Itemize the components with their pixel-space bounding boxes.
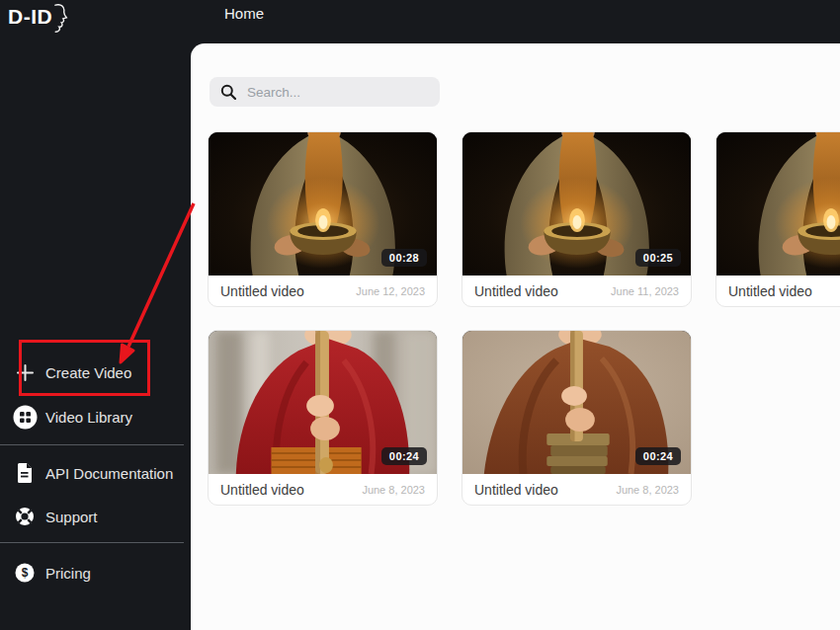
video-thumbnail: 00:24 xyxy=(209,331,437,474)
search-bar[interactable] xyxy=(210,77,440,107)
sidebar-item-label: Pricing xyxy=(45,565,91,582)
video-card[interactable]: 00:25 Untitled video June 11, 2023 xyxy=(462,131,692,307)
nav-home[interactable]: Home xyxy=(224,4,264,24)
video-date: June 11, 2023 xyxy=(611,285,679,297)
video-title: Untitled video xyxy=(474,482,558,498)
lifebuoy-icon xyxy=(12,507,38,526)
video-card-footer: Untitled video June 8, 2023 xyxy=(462,474,691,505)
video-title: Untitled video xyxy=(474,283,558,299)
search-icon xyxy=(220,84,236,100)
plus-icon xyxy=(12,364,38,381)
video-card-footer: Untitled video June 8, 2023 xyxy=(209,474,437,505)
video-date: June 12, 2023 xyxy=(356,285,425,297)
video-grid: 00:28 Untitled video June 12, 2023 xyxy=(208,131,840,506)
svg-text:$: $ xyxy=(22,566,29,580)
sidebar-divider xyxy=(0,542,184,543)
sidebar-item-support[interactable]: Support xyxy=(0,502,191,531)
duration-badge: 00:24 xyxy=(635,447,681,465)
topbar: D-ID Home xyxy=(0,0,840,42)
logo-text: D-ID xyxy=(8,3,52,31)
video-card-footer: Untitled video June 12, 2023 xyxy=(209,276,437,306)
duration-badge: 00:25 xyxy=(635,249,681,267)
sidebar-item-create-video[interactable]: Create Video xyxy=(0,357,191,387)
video-card-footer: Untitled video June 11, 2023 xyxy=(462,276,691,306)
video-title: Untitled video xyxy=(220,482,304,498)
video-card[interactable]: 00:24 Untitled video June 8, 2023 xyxy=(208,330,438,506)
video-date: June 8, 2023 xyxy=(616,484,679,496)
sidebar-divider xyxy=(0,444,184,445)
face-profile-icon xyxy=(54,4,69,33)
video-card[interactable]: 00:24 Untitled video June 8, 2023 xyxy=(462,330,692,506)
video-title: Untitled video xyxy=(728,283,812,299)
video-date: June 8, 2023 xyxy=(362,484,425,496)
video-card[interactable]: Untitled video xyxy=(715,131,840,307)
duration-badge: 00:28 xyxy=(381,249,427,267)
video-card[interactable]: 00:28 Untitled video June 12, 2023 xyxy=(208,131,438,307)
sidebar: Create Video Video Library API Documenta… xyxy=(0,42,191,630)
video-thumbnail: 00:28 xyxy=(209,132,437,276)
video-thumbnail xyxy=(716,132,840,276)
search-input[interactable] xyxy=(245,84,429,101)
dollar-icon: $ xyxy=(12,563,38,583)
sidebar-item-pricing[interactable]: $ Pricing xyxy=(0,558,191,588)
sidebar-item-label: Create Video xyxy=(45,364,131,381)
sidebar-item-api-documentation[interactable]: API Documentation xyxy=(0,458,191,488)
sidebar-item-label: Support xyxy=(45,509,98,525)
thumbnail-monk-gold-lamp xyxy=(716,132,840,276)
video-title: Untitled video xyxy=(220,283,304,299)
app-screen: D-ID Home Create Video Video Library API xyxy=(0,0,840,630)
did-logo[interactable]: D-ID xyxy=(8,3,69,33)
sidebar-item-video-library[interactable]: Video Library xyxy=(0,402,191,432)
video-thumbnail: 00:25 xyxy=(462,132,691,276)
document-icon xyxy=(12,463,38,483)
video-card-footer: Untitled video xyxy=(716,276,840,306)
grid-icon xyxy=(12,405,38,430)
sidebar-item-label: Video Library xyxy=(45,409,132,426)
duration-badge: 00:24 xyxy=(381,447,427,465)
main-content: 00:28 Untitled video June 12, 2023 xyxy=(191,43,840,630)
sidebar-item-label: API Documentation xyxy=(45,465,173,482)
video-thumbnail: 00:24 xyxy=(462,331,691,474)
